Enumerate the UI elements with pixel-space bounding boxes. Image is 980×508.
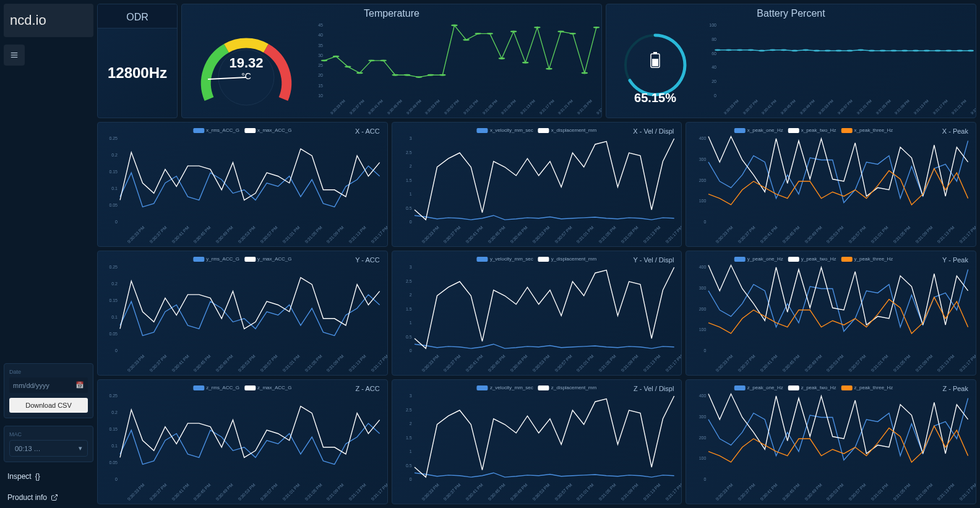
inspect-label: Inspect [7, 472, 32, 481]
chart-title: Y - Vel / Displ [634, 256, 674, 264]
battery-gauge: 65.15% [609, 23, 702, 113]
svg-point-25 [546, 68, 552, 70]
external-link-icon [51, 494, 58, 501]
battery-value: 65.15% [609, 91, 702, 105]
svg-point-35 [726, 49, 732, 51]
chart-legend: x_peak_one_Hzx_peak_two_Hzx_peak_three_H… [734, 127, 893, 133]
svg-point-20 [487, 33, 494, 35]
chart-panel: X - Peak x_peak_one_Hzx_peak_two_Hzx_pea… [686, 122, 976, 247]
chart-legend: z_rms_ACC_Gz_max_ACC_G [193, 385, 291, 390]
braces-icon: {} [35, 472, 40, 481]
svg-point-14 [416, 76, 423, 78]
svg-point-40 [781, 49, 787, 51]
y-axis: 32.521.510.50 [397, 394, 412, 481]
mac-select-value: 00:13 … [15, 445, 41, 452]
svg-point-48 [869, 50, 875, 52]
y-axis: 100806040200 [704, 23, 716, 98]
chart-legend: z_peak_one_Hzz_peak_two_Hzz_peak_three_H… [734, 385, 893, 390]
temperature-title: Temperature [182, 4, 601, 20]
battery-panel: Battery Percent 65.15% [606, 4, 976, 118]
svg-point-36 [737, 49, 743, 51]
mac-select[interactable]: 00:13 … ▾ [9, 440, 88, 457]
svg-point-38 [759, 50, 765, 52]
svg-point-55 [946, 50, 952, 52]
hamburger-icon [10, 51, 19, 59]
product-info-label: Product info [7, 493, 47, 502]
date-input[interactable]: mm/dd/yyyy 📅 [9, 377, 88, 393]
temperature-gauge: 19.32 °C [184, 23, 308, 113]
svg-point-42 [802, 49, 809, 51]
battery-title: Battery Percent [606, 4, 976, 20]
download-csv-button[interactable]: Download CSV [9, 398, 88, 413]
chart-legend: x_velocity_mm_secx_displacement_mm [477, 127, 596, 133]
odr-panel: ODR 12800Hz [97, 4, 178, 118]
chart-legend: z_velocity_mm_secz_displacement_mm [477, 385, 596, 390]
chart-title: X - Vel / Displ [633, 127, 674, 135]
svg-point-8 [345, 66, 351, 67]
svg-rect-32 [653, 52, 657, 54]
x-axis: 9:30:33 PM9:30:37 PM9:30:41 PM9:30:45 PM… [120, 225, 380, 241]
x-axis: 9:30:33 PM9:30:37 PM9:30:41 PM9:30:45 PM… [708, 225, 968, 241]
svg-point-56 [956, 50, 963, 52]
y-axis: 4003002001000 [691, 136, 706, 224]
battery-mini-chart: 100806040200 9:30:33 PM9:30:37 PM9:30:41… [702, 23, 973, 113]
chart-panel: Z - ACC z_rms_ACC_Gz_max_ACC_G 0.250.20.… [97, 379, 388, 504]
svg-point-21 [499, 58, 505, 59]
y-axis: 0.250.20.150.10.050 [103, 394, 118, 481]
chart-panel: X - ACC x_rms_ACC_Gx_max_ACC_G 0.250.20.… [97, 122, 388, 247]
date-placeholder: mm/dd/yyyy [13, 382, 49, 389]
chart-legend: x_rms_ACC_Gx_max_ACC_G [193, 127, 291, 133]
chart-panel: Y - Vel / Displ y_velocity_mm_secy_displ… [392, 251, 682, 376]
svg-point-12 [392, 74, 399, 76]
chart-panel: Y - ACC y_rms_ACC_Gy_max_ACC_G 0.250.20.… [97, 251, 388, 376]
chart-panel: Z - Peak z_peak_one_Hzz_peak_two_Hzz_pea… [686, 379, 976, 504]
chart-title: X - ACC [355, 127, 380, 135]
chart-legend: y_peak_one_Hzy_peak_two_Hzy_peak_three_H… [734, 256, 893, 262]
menu-toggle-button[interactable] [4, 45, 25, 66]
chart-legend: y_velocity_mm_secy_displacement_mm [477, 256, 596, 262]
svg-line-3 [54, 495, 58, 499]
mac-label: MAC [9, 431, 88, 437]
svg-point-16 [439, 74, 446, 76]
y-axis: 32.521.510.50 [397, 136, 412, 224]
temperature-gauge-value: 19.32 [229, 55, 263, 71]
svg-point-10 [368, 59, 375, 61]
x-axis: 9:30:33 PM9:30:37 PM9:30:41 PM9:30:45 PM… [324, 99, 596, 113]
svg-point-15 [428, 74, 434, 76]
svg-point-43 [814, 50, 820, 52]
chart-title: Z - Vel / Displ [634, 385, 674, 392]
x-axis: 9:30:33 PM9:30:37 PM9:30:41 PM9:30:45 PM… [415, 225, 674, 241]
chevron-down-icon: ▾ [79, 444, 82, 452]
main-content: ODR 12800Hz Temperature [97, 4, 976, 504]
svg-point-19 [475, 33, 481, 35]
x-axis: 9:30:33 PM9:30:37 PM9:30:41 PM9:30:45 PM… [708, 354, 968, 370]
svg-point-34 [715, 49, 721, 51]
temperature-gauge-unit: °C [229, 71, 263, 81]
svg-point-22 [510, 31, 517, 33]
svg-point-27 [569, 33, 576, 35]
y-axis: 0.250.20.150.10.050 [103, 265, 118, 353]
temperature-panel: Temperature 19.32 °C [181, 4, 602, 118]
svg-point-49 [880, 50, 886, 52]
chart-title: Y - ACC [355, 256, 380, 264]
svg-point-18 [463, 39, 470, 41]
y-axis: 4003002001000 [691, 265, 706, 353]
y-axis: 32.521.510.50 [397, 265, 412, 353]
x-axis: 9:30:33 PM9:30:37 PM9:30:41 PM9:30:45 PM… [415, 483, 674, 499]
chart-title: Y - Peak [942, 256, 968, 264]
sidebar: ncd.io Date mm/dd/yyyy 📅 Download CSV MA… [4, 4, 93, 504]
svg-point-28 [582, 72, 588, 74]
product-info-link[interactable]: Product info [4, 491, 93, 504]
y-axis: 4003002001000 [691, 394, 706, 481]
svg-point-9 [356, 72, 363, 74]
inspect-button[interactable]: Inspect {} [4, 470, 93, 483]
x-axis: 9:30:33 PM9:30:37 PM9:30:41 PM9:30:45 PM… [120, 354, 380, 370]
chart-title: Z - ACC [356, 385, 380, 392]
x-axis: 9:30:33 PM9:30:37 PM9:30:41 PM9:30:45 PM… [708, 483, 968, 499]
svg-point-57 [968, 50, 974, 52]
chart-panel: X - Vel / Displ x_velocity_mm_secx_displ… [392, 122, 682, 247]
svg-point-46 [846, 50, 853, 52]
svg-point-51 [901, 50, 908, 52]
chart-panel: Z - Vel / Displ z_velocity_mm_secz_displ… [392, 379, 682, 504]
svg-point-39 [770, 49, 776, 51]
